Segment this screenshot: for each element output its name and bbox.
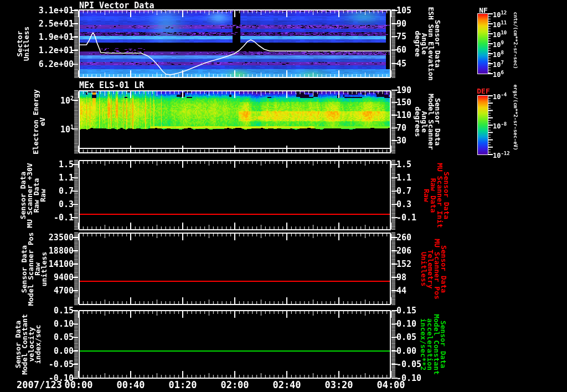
right-tick-label: 45: [396, 59, 406, 69]
right-tick-label: 90: [396, 19, 406, 29]
panel1-title: NPI Vector Data: [79, 1, 154, 11]
colorbar-tick-label: 1012: [493, 10, 507, 19]
mu-scanner-raw-trace: [80, 214, 390, 215]
colorbar-tick-label: 1011: [493, 20, 507, 29]
right-tick-label: 1.1: [396, 173, 411, 183]
right-tick-label: -0.1: [396, 213, 416, 223]
right-axis-title-model-constant-velocity: Sensor Data Model Constant acceleration …: [420, 314, 446, 375]
right-tick-label: 0.10: [396, 319, 416, 329]
time-tick-label: 02:00: [213, 379, 257, 390]
left-axis-title-npi-vector-data: Sector Unitless: [17, 27, 30, 61]
left-axis-title-model-constant-velocity: Sensor Data Model Constant velocity inde…: [15, 314, 42, 375]
colorbar-tick-label: 10-12: [493, 151, 510, 159]
right-tick-label: 0.05: [396, 332, 416, 342]
right-tick-label: 0.3: [396, 199, 411, 209]
left-tick-label: 1.9e+01: [29, 32, 74, 42]
colorbar-tick-label: 10-8: [493, 121, 507, 130]
plot-figure: NPI Vector Data MEx ELS-01 LR 2007/123 3…: [0, 0, 567, 392]
right-tick-label: 260: [396, 233, 411, 243]
colorbar-title-NF: NF: [472, 6, 494, 14]
time-tick-label: 01:20: [161, 379, 205, 390]
model-constant-velocity-trace: [80, 350, 390, 352]
right-tick-label: 0.00: [396, 346, 416, 356]
left-axis-title-mex-els-01-lr: Electron Energy eV: [33, 89, 46, 154]
left-tick-label: 1.2e+01: [29, 45, 74, 55]
right-tick-label: 110: [396, 110, 411, 120]
right-tick-label: 30: [396, 136, 406, 146]
right-tick-label: 0.7: [396, 186, 411, 196]
right-axis-title-mex-els-01-lr: Sensor Data Model Scanner Angle degrees: [414, 94, 441, 150]
left-tick-label: 6.2e+00: [29, 59, 74, 69]
colorbar-tick-label: 1010: [493, 30, 507, 39]
right-tick-label: 98: [396, 272, 406, 282]
right-tick-label: 1.5: [396, 159, 411, 169]
colorbar-title-DEF: DEF: [472, 87, 494, 95]
right-tick-label: 70: [396, 123, 406, 133]
colorbar-tick-label: 10-4: [493, 92, 507, 101]
time-tick-label: 00:40: [109, 379, 153, 390]
model-scanner-pos-trace: [80, 281, 390, 282]
right-tick-label: 0.15: [396, 306, 416, 316]
right-tick-label: 150: [396, 97, 411, 107]
colorbar-tick-label: 108: [493, 50, 504, 59]
right-axis-title-npi-vector-data: Sensor Data ESH Sun Elevation Angle degr…: [414, 7, 441, 80]
colorbar-unit-NF: cnts/(cm**2-sr-sec): [513, 12, 518, 69]
left-tick-label: 3.1e+01: [29, 6, 74, 16]
time-tick-label: 03:20: [317, 379, 361, 390]
panel2-title: MEx ELS-01 LR: [79, 80, 144, 90]
right-tick-label: 44: [396, 286, 406, 296]
right-axis-title-model-scanner-pos: Sensor Data MU Scanner Pos Telemetry Uni…: [420, 239, 447, 300]
colorbar-unit-DEF: ergs/(cm**2-sr-sec-eV): [513, 84, 518, 150]
axis-ticks-canvas: [0, 0, 567, 392]
right-tick-label: 60: [396, 45, 406, 55]
right-tick-label: 152: [396, 259, 411, 269]
left-tick-label: 2.5e+01: [29, 19, 74, 29]
right-tick-label: 75: [396, 32, 406, 42]
right-tick-label: 190: [396, 85, 411, 95]
right-tick-label: 105: [396, 6, 411, 16]
colorbar-tick-label: 106: [493, 70, 504, 79]
time-tick-label: 04:00: [369, 379, 413, 390]
right-axis-title-mu-scanner-30v: Sensor Data MU Scanner Init Raw Data Raw: [423, 163, 450, 228]
right-tick-label: -0.05: [396, 359, 421, 369]
right-tick-label: 206: [396, 246, 411, 256]
left-axis-title-mu-scanner-30v: Sensor Data MU Scanner +30V Raw Data Raw: [20, 163, 47, 228]
time-tick-label: 00:00: [56, 379, 101, 390]
time-tick-label: 02:40: [265, 379, 309, 390]
colorbar-tick-label: 107: [493, 60, 504, 69]
colorbar-tick-label: 109: [493, 40, 504, 49]
left-axis-title-model-scanner-pos: Sensor Data Model Scanner Pos Raw unitle…: [21, 232, 48, 306]
